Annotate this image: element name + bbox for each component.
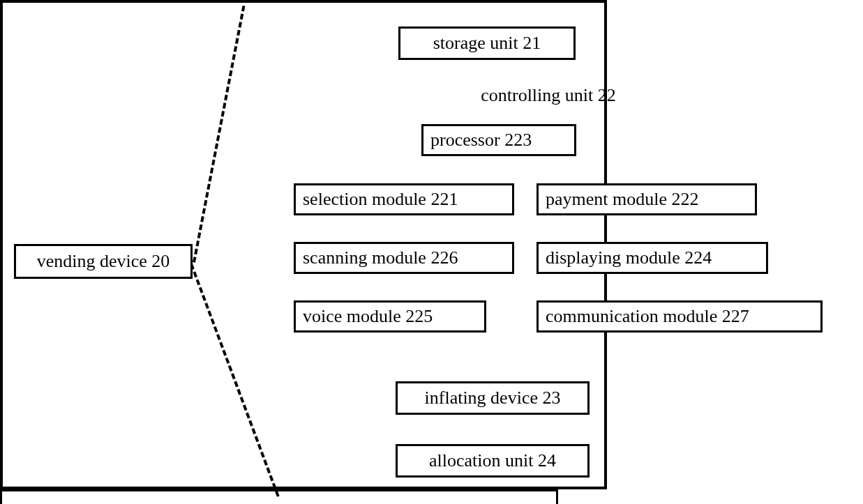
controlling-unit-title: controlling unit 22 [269,85,827,106]
payment-module-label: payment module 222 [546,189,699,210]
controlling-unit-box [0,489,558,504]
inflating-device-box: inflating device 23 [396,381,590,415]
vending-device-box: vending device 20 [14,244,193,279]
displaying-module-label: displaying module 224 [546,247,712,268]
displaying-module-box: displaying module 224 [536,242,768,274]
selection-module-box: selection module 221 [294,183,514,215]
storage-unit-label: storage unit 21 [433,33,541,54]
voice-module-box: voice module 225 [294,300,486,333]
processor-label: processor 223 [430,130,532,151]
payment-module-box: payment module 222 [536,183,757,215]
scanning-module-box: scanning module 226 [294,242,514,274]
communication-module-box: communication module 227 [536,300,823,333]
allocation-unit-box: allocation unit 24 [396,444,590,478]
allocation-unit-label: allocation unit 24 [429,450,556,471]
storage-unit-box: storage unit 21 [398,26,576,60]
scanning-module-label: scanning module 226 [303,247,458,268]
communication-module-label: communication module 227 [546,306,749,327]
processor-box: processor 223 [421,124,576,156]
controlling-unit-label: controlling unit 22 [481,85,616,105]
vending-device-label: vending device 20 [37,251,170,272]
voice-module-label: voice module 225 [303,306,433,327]
diagram-container: vending device 20 storage unit 21 contro… [0,0,863,504]
inflating-device-label: inflating device 23 [425,388,561,408]
selection-module-label: selection module 221 [303,189,458,210]
